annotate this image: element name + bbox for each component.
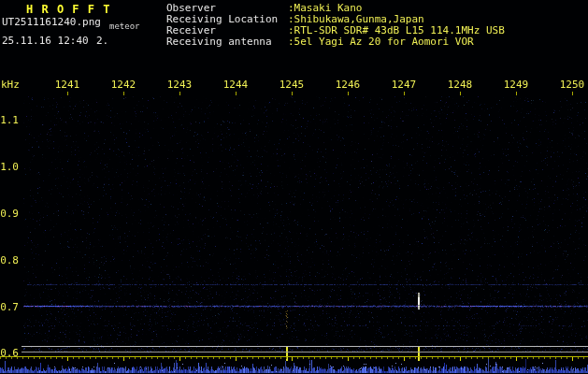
y-tick-label: 1.1 — [0, 114, 19, 126]
x-tick-label: 1248 — [443, 79, 477, 91]
x-tick-label: 1247 — [387, 79, 421, 91]
x-tick-label: 1242 — [107, 79, 140, 91]
app-title: H R O F F T — [26, 3, 110, 16]
info-label-antenna: Receiving antenna — [166, 36, 272, 48]
y-tick-label: 0.8 — [0, 254, 19, 266]
x-tick-label: 1249 — [499, 79, 533, 91]
x-tick-label: 1243 — [163, 79, 196, 91]
y-tick-label: 0.9 — [0, 208, 19, 220]
observation-datetime: 25.11.16 12:40 — [2, 35, 89, 47]
y-tick-label: 0.6 — [0, 347, 19, 359]
band-label: meteor — [109, 22, 140, 31]
spectrogram-canvas — [0, 0, 588, 374]
output-filename: UT2511161240.png — [2, 16, 101, 28]
y-axis-unit: kHz — [1, 79, 20, 91]
x-tick-label: 1245 — [275, 79, 308, 91]
x-tick-label: 1244 — [219, 79, 252, 91]
y-tick-label: 1.0 — [0, 161, 19, 173]
x-tick-label: 1241 — [50, 79, 84, 91]
hrofft-output: H R O F F T UT2511161240.png meteor 25.1… — [0, 0, 588, 374]
y-tick-label: 0.7 — [0, 301, 19, 313]
info-value-antenna: :5el Yagi Az 20 for Aomori VOR — [288, 36, 474, 48]
x-tick-label: 1246 — [331, 79, 365, 91]
x-tick-label: 1250 — [555, 79, 588, 91]
echo-count: 2. — [96, 35, 108, 47]
